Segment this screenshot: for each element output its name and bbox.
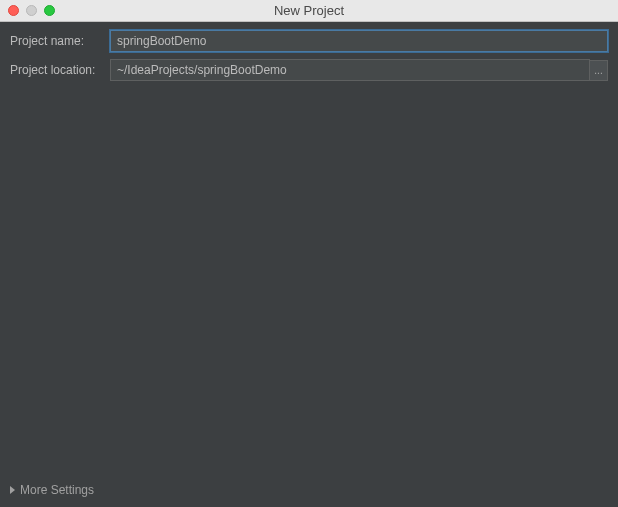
dialog-content: Project name: Project location: ... More…	[0, 22, 618, 507]
close-icon[interactable]	[8, 5, 19, 16]
more-settings-label: More Settings	[20, 483, 94, 497]
ellipsis-icon: ...	[594, 65, 602, 76]
project-name-input-wrap	[110, 30, 608, 52]
more-settings-toggle[interactable]: More Settings	[10, 479, 608, 499]
project-name-row: Project name:	[10, 30, 608, 52]
traffic-lights	[8, 5, 55, 16]
maximize-icon[interactable]	[44, 5, 55, 16]
project-location-row: Project location: ...	[10, 59, 608, 81]
project-name-input[interactable]	[110, 30, 608, 52]
project-location-input[interactable]	[110, 59, 590, 81]
project-location-label: Project location:	[10, 63, 110, 77]
project-location-input-wrap: ...	[110, 59, 608, 81]
browse-button[interactable]: ...	[590, 60, 608, 81]
minimize-icon	[26, 5, 37, 16]
project-name-label: Project name:	[10, 34, 110, 48]
chevron-right-icon	[10, 486, 15, 494]
window-title: New Project	[274, 3, 344, 18]
spacer	[10, 88, 608, 479]
titlebar: New Project	[0, 0, 618, 22]
